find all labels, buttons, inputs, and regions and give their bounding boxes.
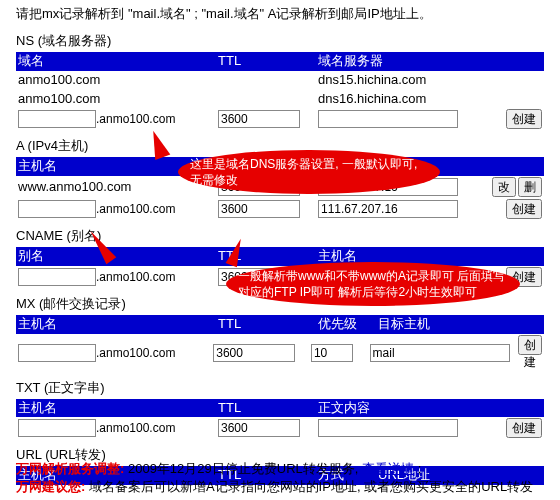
footer-notice: 万网解析服务调整: 2009年12月29日停止免费URL转发服务, 查看详情 ;… [16,460,544,496]
callout-a-record-note: 一般解析带www和不带www的A记录即可 后面填写对应的FTP IP即可 解析后… [226,262,520,306]
cname-header: 别名 TTL 主机名 [16,247,544,266]
modify-button[interactable]: 改 [492,177,516,197]
col-target: 目标主机 [376,315,526,334]
a-host-input[interactable] [18,200,96,218]
txt-header: 主机名 TTL 正文内容 [16,399,544,418]
domain-suffix: .anmo100.com [96,202,175,216]
create-button[interactable]: 创建 [518,335,542,355]
callout-dns-note: 这里是域名DNS服务器设置, 一般默认即可, 无需修改 [178,150,440,194]
delete-button[interactable]: 删 [518,177,542,197]
details-link[interactable]: 查看详情 [362,461,414,476]
ns-row: anmo100.com dns16.hichina.com [16,90,544,109]
col-domain: 域名 [16,52,216,71]
cname-host-input[interactable] [18,268,96,286]
col-ttl: TTL [216,399,316,418]
mx-prio-input[interactable] [311,344,353,362]
create-button[interactable]: 创建 [506,199,542,219]
ns-header: 域名 TTL 域名服务器 [16,52,544,71]
col-hostname: 主机名 [16,399,216,418]
notice-label: 万网解析服务调整: [16,461,128,476]
col-ttl: TTL [216,52,316,71]
txt-value-input[interactable] [318,419,458,437]
col-nameserver: 域名服务器 [316,52,466,71]
a-new-row: .anmo100.com 创建 [16,198,544,220]
mx-target-input[interactable] [370,344,510,362]
mx-ttl-input[interactable] [213,344,295,362]
suggest-label: 万网建议您: [16,479,89,494]
ns-value: dns15.hichina.com [316,72,466,89]
a-ip-input[interactable] [318,200,458,218]
dns-settings-panel: 请把mx记录解析到 "mail.域名" ; "mail.域名" A记录解析到邮局… [0,0,560,500]
create-button[interactable]: 创建 [506,109,542,129]
ns-ttl-input[interactable] [218,110,300,128]
ns-domain: anmo100.com [16,91,216,108]
intro-text: 请把mx记录解析到 "mail.域名" ; "mail.域名" A记录解析到邮局… [16,6,544,23]
col-priority: 优先级 [316,315,376,334]
domain-suffix: .anmo100.com [96,112,175,126]
col-ttl: TTL [216,315,316,334]
col-text: 正文内容 [316,399,466,418]
domain-suffix: .anmo100.com [96,421,175,435]
txt-title: TXT (正文字串) [16,380,544,397]
mx-host-input[interactable] [18,344,96,362]
ns-domain: anmo100.com [16,72,216,89]
txt-new-row: .anmo100.com 创建 [16,417,544,439]
domain-suffix: .anmo100.com [96,270,175,284]
col-hostname: 主机名 [16,315,216,334]
txt-ttl-input[interactable] [218,419,300,437]
create-button[interactable]: 创建 [506,418,542,438]
a-hostname: www.anmo100.com [16,179,216,196]
ns-new-row: .anmo100.com 创建 [16,108,544,130]
ns-title: NS (域名服务器) [16,33,544,50]
mx-header: 主机名 TTL 优先级 目标主机 [16,315,544,334]
ns-row: anmo100.com dns15.hichina.com [16,71,544,90]
domain-suffix: .anmo100.com [96,346,175,360]
mx-new-row: .anmo100.com 创建 [16,334,544,372]
ns-host-input[interactable] [18,110,96,128]
txt-host-input[interactable] [18,419,96,437]
ns-value: dns16.hichina.com [316,91,466,108]
a-ttl-input[interactable] [218,200,300,218]
ns-value-input[interactable] [318,110,458,128]
